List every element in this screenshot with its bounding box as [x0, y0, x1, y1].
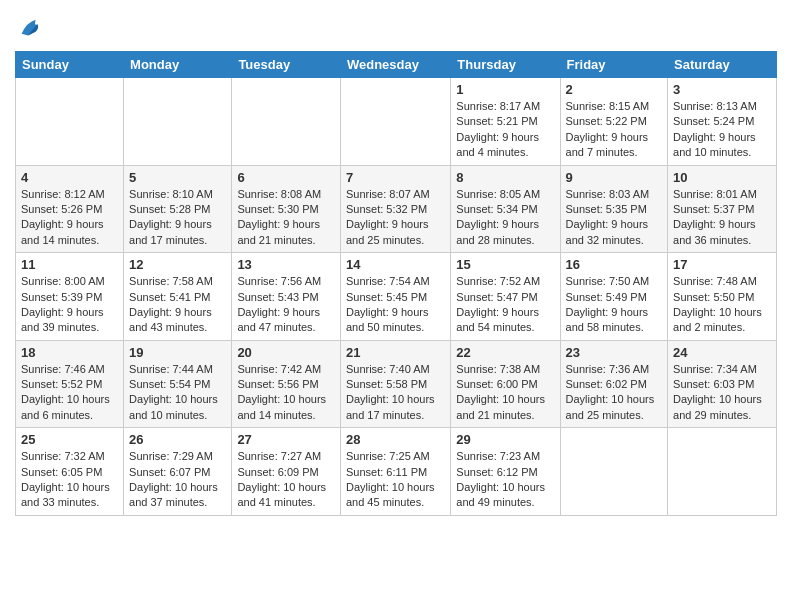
day-number: 15	[456, 257, 554, 272]
day-number: 2	[566, 82, 663, 97]
day-number: 9	[566, 170, 663, 185]
day-detail: Sunrise: 8:03 AM Sunset: 5:35 PM Dayligh…	[566, 187, 663, 249]
day-detail: Sunrise: 8:15 AM Sunset: 5:22 PM Dayligh…	[566, 99, 663, 161]
day-detail: Sunrise: 8:00 AM Sunset: 5:39 PM Dayligh…	[21, 274, 118, 336]
day-number: 4	[21, 170, 118, 185]
calendar-cell: 1Sunrise: 8:17 AM Sunset: 5:21 PM Daylig…	[451, 78, 560, 166]
day-detail: Sunrise: 7:36 AM Sunset: 6:02 PM Dayligh…	[566, 362, 663, 424]
day-number: 11	[21, 257, 118, 272]
day-number: 21	[346, 345, 445, 360]
calendar-cell: 29Sunrise: 7:23 AM Sunset: 6:12 PM Dayli…	[451, 428, 560, 516]
weekday-header-monday: Monday	[124, 52, 232, 78]
day-number: 10	[673, 170, 771, 185]
day-detail: Sunrise: 7:44 AM Sunset: 5:54 PM Dayligh…	[129, 362, 226, 424]
day-number: 5	[129, 170, 226, 185]
day-number: 18	[21, 345, 118, 360]
day-number: 20	[237, 345, 335, 360]
day-detail: Sunrise: 8:17 AM Sunset: 5:21 PM Dayligh…	[456, 99, 554, 161]
day-detail: Sunrise: 8:12 AM Sunset: 5:26 PM Dayligh…	[21, 187, 118, 249]
day-number: 29	[456, 432, 554, 447]
day-detail: Sunrise: 8:07 AM Sunset: 5:32 PM Dayligh…	[346, 187, 445, 249]
calendar-cell: 17Sunrise: 7:48 AM Sunset: 5:50 PM Dayli…	[668, 253, 777, 341]
day-detail: Sunrise: 7:46 AM Sunset: 5:52 PM Dayligh…	[21, 362, 118, 424]
day-number: 23	[566, 345, 663, 360]
day-number: 27	[237, 432, 335, 447]
page-header	[15, 10, 777, 43]
day-detail: Sunrise: 7:58 AM Sunset: 5:41 PM Dayligh…	[129, 274, 226, 336]
day-detail: Sunrise: 7:34 AM Sunset: 6:03 PM Dayligh…	[673, 362, 771, 424]
day-number: 16	[566, 257, 663, 272]
day-detail: Sunrise: 8:13 AM Sunset: 5:24 PM Dayligh…	[673, 99, 771, 161]
day-number: 19	[129, 345, 226, 360]
day-detail: Sunrise: 8:10 AM Sunset: 5:28 PM Dayligh…	[129, 187, 226, 249]
day-number: 6	[237, 170, 335, 185]
calendar-week-row: 18Sunrise: 7:46 AM Sunset: 5:52 PM Dayli…	[16, 340, 777, 428]
calendar-week-row: 1Sunrise: 8:17 AM Sunset: 5:21 PM Daylig…	[16, 78, 777, 166]
logo	[15, 15, 45, 43]
calendar-cell: 7Sunrise: 8:07 AM Sunset: 5:32 PM Daylig…	[340, 165, 450, 253]
day-number: 14	[346, 257, 445, 272]
calendar-cell: 15Sunrise: 7:52 AM Sunset: 5:47 PM Dayli…	[451, 253, 560, 341]
day-number: 26	[129, 432, 226, 447]
calendar-table: SundayMondayTuesdayWednesdayThursdayFrid…	[15, 51, 777, 516]
day-detail: Sunrise: 7:54 AM Sunset: 5:45 PM Dayligh…	[346, 274, 445, 336]
day-detail: Sunrise: 7:25 AM Sunset: 6:11 PM Dayligh…	[346, 449, 445, 511]
calendar-cell: 18Sunrise: 7:46 AM Sunset: 5:52 PM Dayli…	[16, 340, 124, 428]
day-number: 28	[346, 432, 445, 447]
calendar-cell: 9Sunrise: 8:03 AM Sunset: 5:35 PM Daylig…	[560, 165, 668, 253]
calendar-cell: 28Sunrise: 7:25 AM Sunset: 6:11 PM Dayli…	[340, 428, 450, 516]
weekday-header-tuesday: Tuesday	[232, 52, 341, 78]
day-detail: Sunrise: 7:40 AM Sunset: 5:58 PM Dayligh…	[346, 362, 445, 424]
calendar-week-row: 11Sunrise: 8:00 AM Sunset: 5:39 PM Dayli…	[16, 253, 777, 341]
calendar-cell: 20Sunrise: 7:42 AM Sunset: 5:56 PM Dayli…	[232, 340, 341, 428]
day-number: 22	[456, 345, 554, 360]
calendar-cell: 12Sunrise: 7:58 AM Sunset: 5:41 PM Dayli…	[124, 253, 232, 341]
weekday-header-thursday: Thursday	[451, 52, 560, 78]
day-number: 12	[129, 257, 226, 272]
calendar-cell: 21Sunrise: 7:40 AM Sunset: 5:58 PM Dayli…	[340, 340, 450, 428]
calendar-cell: 2Sunrise: 8:15 AM Sunset: 5:22 PM Daylig…	[560, 78, 668, 166]
calendar-cell: 10Sunrise: 8:01 AM Sunset: 5:37 PM Dayli…	[668, 165, 777, 253]
day-number: 8	[456, 170, 554, 185]
day-detail: Sunrise: 7:29 AM Sunset: 6:07 PM Dayligh…	[129, 449, 226, 511]
calendar-cell: 27Sunrise: 7:27 AM Sunset: 6:09 PM Dayli…	[232, 428, 341, 516]
calendar-cell: 6Sunrise: 8:08 AM Sunset: 5:30 PM Daylig…	[232, 165, 341, 253]
day-number: 17	[673, 257, 771, 272]
weekday-header-saturday: Saturday	[668, 52, 777, 78]
day-detail: Sunrise: 7:52 AM Sunset: 5:47 PM Dayligh…	[456, 274, 554, 336]
day-detail: Sunrise: 7:38 AM Sunset: 6:00 PM Dayligh…	[456, 362, 554, 424]
day-detail: Sunrise: 7:23 AM Sunset: 6:12 PM Dayligh…	[456, 449, 554, 511]
day-detail: Sunrise: 8:01 AM Sunset: 5:37 PM Dayligh…	[673, 187, 771, 249]
day-number: 25	[21, 432, 118, 447]
calendar-header-row: SundayMondayTuesdayWednesdayThursdayFrid…	[16, 52, 777, 78]
day-number: 1	[456, 82, 554, 97]
calendar-cell: 26Sunrise: 7:29 AM Sunset: 6:07 PM Dayli…	[124, 428, 232, 516]
day-detail: Sunrise: 8:05 AM Sunset: 5:34 PM Dayligh…	[456, 187, 554, 249]
calendar-cell: 24Sunrise: 7:34 AM Sunset: 6:03 PM Dayli…	[668, 340, 777, 428]
calendar-cell: 14Sunrise: 7:54 AM Sunset: 5:45 PM Dayli…	[340, 253, 450, 341]
calendar-cell	[668, 428, 777, 516]
calendar-cell	[560, 428, 668, 516]
calendar-cell: 11Sunrise: 8:00 AM Sunset: 5:39 PM Dayli…	[16, 253, 124, 341]
day-number: 13	[237, 257, 335, 272]
day-detail: Sunrise: 8:08 AM Sunset: 5:30 PM Dayligh…	[237, 187, 335, 249]
day-detail: Sunrise: 7:42 AM Sunset: 5:56 PM Dayligh…	[237, 362, 335, 424]
weekday-header-sunday: Sunday	[16, 52, 124, 78]
calendar-cell: 4Sunrise: 8:12 AM Sunset: 5:26 PM Daylig…	[16, 165, 124, 253]
calendar-cell	[232, 78, 341, 166]
calendar-cell: 5Sunrise: 8:10 AM Sunset: 5:28 PM Daylig…	[124, 165, 232, 253]
logo-bird-icon	[17, 15, 45, 43]
calendar-cell: 13Sunrise: 7:56 AM Sunset: 5:43 PM Dayli…	[232, 253, 341, 341]
calendar-cell	[16, 78, 124, 166]
day-number: 7	[346, 170, 445, 185]
calendar-cell: 22Sunrise: 7:38 AM Sunset: 6:00 PM Dayli…	[451, 340, 560, 428]
day-number: 24	[673, 345, 771, 360]
calendar-cell: 23Sunrise: 7:36 AM Sunset: 6:02 PM Dayli…	[560, 340, 668, 428]
day-detail: Sunrise: 7:48 AM Sunset: 5:50 PM Dayligh…	[673, 274, 771, 336]
day-detail: Sunrise: 7:50 AM Sunset: 5:49 PM Dayligh…	[566, 274, 663, 336]
weekday-header-wednesday: Wednesday	[340, 52, 450, 78]
day-detail: Sunrise: 7:56 AM Sunset: 5:43 PM Dayligh…	[237, 274, 335, 336]
calendar-cell	[124, 78, 232, 166]
day-detail: Sunrise: 7:27 AM Sunset: 6:09 PM Dayligh…	[237, 449, 335, 511]
calendar-cell	[340, 78, 450, 166]
